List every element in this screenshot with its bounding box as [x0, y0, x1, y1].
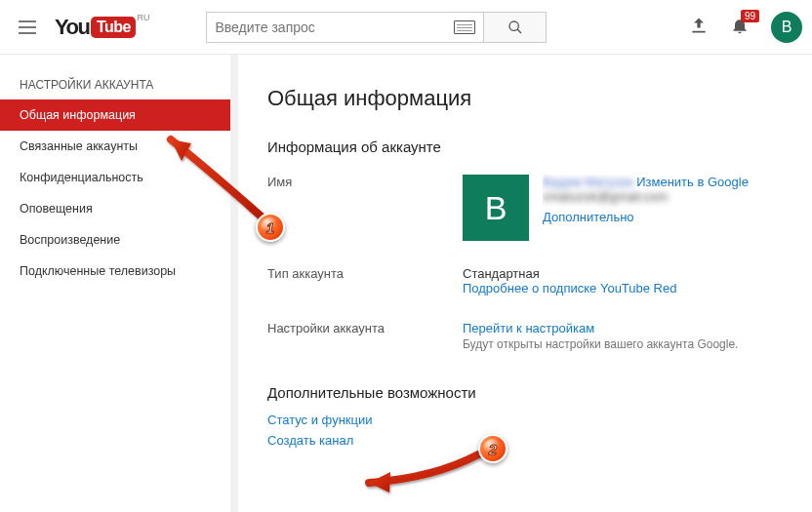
search-icon: [508, 20, 523, 35]
search-form: [206, 12, 547, 43]
search-box[interactable]: [206, 12, 484, 43]
upload-icon: [689, 16, 709, 35]
section-extra: Дополнительные возможности: [267, 384, 783, 401]
sidebar: НАСТРОЙКИ АККАУНТА Общая информация Связ…: [0, 55, 230, 512]
notifications-button[interactable]: 99: [730, 16, 750, 38]
status-features-link[interactable]: Статус и функции: [267, 413, 783, 427]
sidebar-item-privacy[interactable]: Конфиденциальность: [0, 162, 230, 193]
sidebar-item-overview[interactable]: Общая информация: [0, 99, 230, 131]
menu-icon[interactable]: [16, 16, 39, 39]
create-channel-link[interactable]: Создать канал: [267, 433, 783, 448]
youtube-red-link[interactable]: Подробнее о подписке YouTube Red: [463, 281, 676, 295]
upload-button[interactable]: [689, 16, 709, 38]
row-settings: Настройки аккаунта Перейти к настройкам …: [267, 321, 783, 351]
sidebar-item-tvs[interactable]: Подключенные телевизоры: [0, 256, 230, 287]
value-name: В Вадим Матузок Изменить в Google vmatuz…: [463, 175, 783, 241]
go-to-settings-link[interactable]: Перейти к настройкам: [463, 321, 594, 335]
account-type-value: Стандартная: [463, 266, 783, 281]
header-actions: 99 В: [689, 12, 802, 43]
section-account-info: Информация об аккаунте: [267, 138, 783, 155]
avatar[interactable]: В: [771, 12, 802, 43]
search-button[interactable]: [484, 12, 547, 43]
profile-avatar[interactable]: В: [463, 175, 529, 241]
account-email: vmatuzok@gmail.com: [543, 189, 668, 204]
logo-country-code: RU: [137, 13, 149, 22]
row-name: Имя В Вадим Матузок Изменить в Google vm…: [267, 175, 783, 241]
sidebar-heading: НАСТРОЙКИ АККАУНТА: [0, 70, 230, 99]
youtube-logo[interactable]: You Tube RU: [55, 15, 136, 40]
label-name: Имя: [267, 175, 463, 241]
settings-hint: Будут открыты настройки вашего аккаунта …: [463, 337, 783, 351]
sidebar-item-linked[interactable]: Связанные аккаунты: [0, 131, 230, 162]
logo-text-you: You: [55, 15, 89, 40]
label-type: Тип аккаунта: [267, 266, 463, 295]
main-content: Общая информация Информация об аккаунте …: [238, 55, 812, 512]
sidebar-item-notifications[interactable]: Оповещения: [0, 193, 230, 224]
display-name: Вадим Матузок: [543, 175, 633, 189]
label-settings: Настройки аккаунта: [267, 321, 463, 351]
app-header: You Tube RU 99 В: [0, 0, 812, 55]
svg-line-1: [517, 29, 521, 33]
search-input[interactable]: [215, 20, 450, 35]
svg-point-0: [509, 21, 518, 30]
value-settings: Перейти к настройкам Будут открыты настр…: [463, 321, 783, 351]
page-body: НАСТРОЙКИ АККАУНТА Общая информация Связ…: [0, 55, 812, 512]
logo-tube-badge: Tube: [91, 17, 136, 38]
extra-links: Статус и функции Создать канал: [267, 413, 783, 448]
page-title: Общая информация: [267, 86, 783, 111]
value-type: Стандартная Подробнее о подписке YouTube…: [463, 266, 783, 295]
notification-badge: 99: [741, 10, 759, 22]
keyboard-icon[interactable]: [454, 20, 475, 34]
more-link[interactable]: Дополнительно: [543, 210, 634, 224]
sidebar-item-playback[interactable]: Воспроизведение: [0, 224, 230, 256]
row-type: Тип аккаунта Стандартная Подробнее о под…: [267, 266, 783, 295]
logo-text-tube: Tube: [97, 19, 131, 36]
edit-in-google-link[interactable]: Изменить в Google: [636, 175, 749, 189]
